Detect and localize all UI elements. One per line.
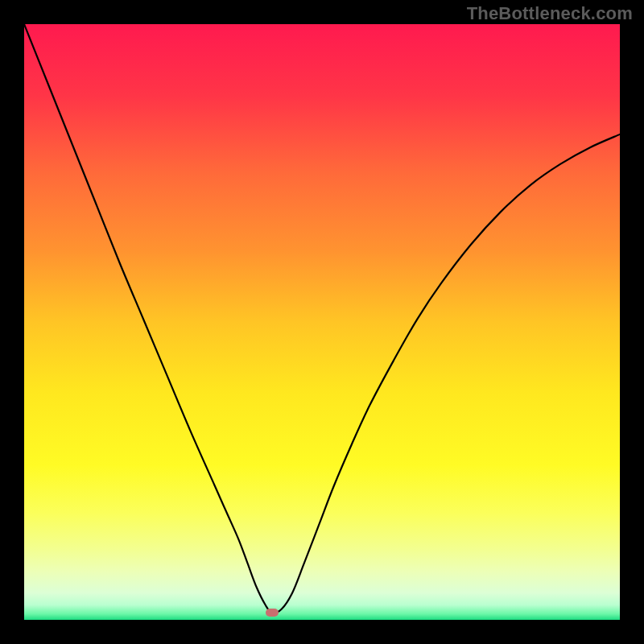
minimum-marker: [266, 609, 279, 617]
plot-svg: [24, 24, 620, 620]
chart-frame: TheBottleneck.com: [0, 0, 644, 644]
watermark-label: TheBottleneck.com: [467, 3, 633, 24]
plot-area: [24, 24, 620, 620]
gradient-background: [24, 24, 620, 620]
